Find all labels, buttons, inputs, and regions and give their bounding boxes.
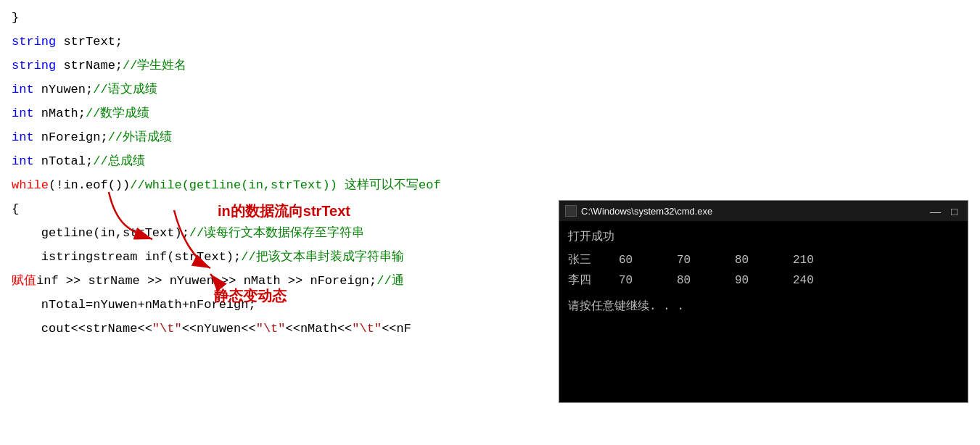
cmd-minimize-button[interactable]: —: [926, 205, 945, 217]
cmd-cell: 80: [735, 250, 793, 270]
cmd-cell: 70: [677, 250, 735, 270]
cmd-cell: 80: [677, 270, 735, 291]
code-editor: } string strText; string strName;//学生姓名 …: [0, 0, 551, 445]
cmd-table: 张三 60 70 80 210 李四 70 80 90 240: [568, 250, 959, 291]
code-line-3: int nYuwen;//语文成绩: [12, 78, 540, 101]
code-line-9: getline(in,strText);//读每行文本数据保存至字符串: [12, 221, 540, 245]
cmd-titlebar-left: C:\Windows\system32\cmd.exe: [565, 205, 712, 217]
code-line-6: int nTotal;//总成绩: [12, 149, 540, 173]
code-line-7: while(!in.eof())//while(getline(in,strTe…: [12, 173, 540, 197]
code-line-5: int nForeign;//外语成绩: [12, 125, 540, 149]
cmd-line-success: 打开成功: [568, 227, 959, 247]
code-line-0: }: [12, 6, 540, 30]
code-line-4: int nMath;//数学成绩: [12, 101, 540, 125]
cmd-cell: 240: [793, 270, 851, 291]
cmd-restore-button[interactable]: □: [947, 205, 962, 217]
cmd-cell: 张三: [568, 250, 619, 270]
cmd-cell: 李四: [568, 270, 619, 291]
annotation-text-2: 静态变动态: [214, 286, 287, 306]
code-line-1: string strText;: [12, 30, 540, 54]
cmd-app-icon: [565, 205, 577, 217]
cmd-body: 打开成功 张三 60 70 80 210 李四 70 80 90 240 请按任…: [559, 221, 968, 402]
cmd-window: C:\Windows\system32\cmd.exe — □ 打开成功 张三 …: [559, 200, 968, 403]
code-line-15: cout<<strName<<"\t"<<nYuwen<<"\t"<<nMath…: [12, 317, 540, 341]
cmd-cell: 70: [619, 270, 677, 291]
cmd-cell: 90: [735, 270, 793, 291]
code-line-2: string strName;//学生姓名: [12, 54, 540, 78]
cmd-controls: — □: [926, 205, 962, 217]
cmd-cell: 210: [793, 250, 851, 270]
code-line-10: istringstream inf(strText);//把该文本串封装成字符串…: [12, 245, 540, 269]
cmd-title: C:\Windows\system32\cmd.exe: [581, 206, 712, 217]
cmd-line-continue: 请按任意键继续. . .: [568, 296, 959, 317]
cmd-titlebar[interactable]: C:\Windows\system32\cmd.exe — □: [559, 201, 968, 221]
cmd-cell: 60: [619, 250, 677, 270]
annotation-text-1: in的数据流向strText: [218, 201, 350, 221]
